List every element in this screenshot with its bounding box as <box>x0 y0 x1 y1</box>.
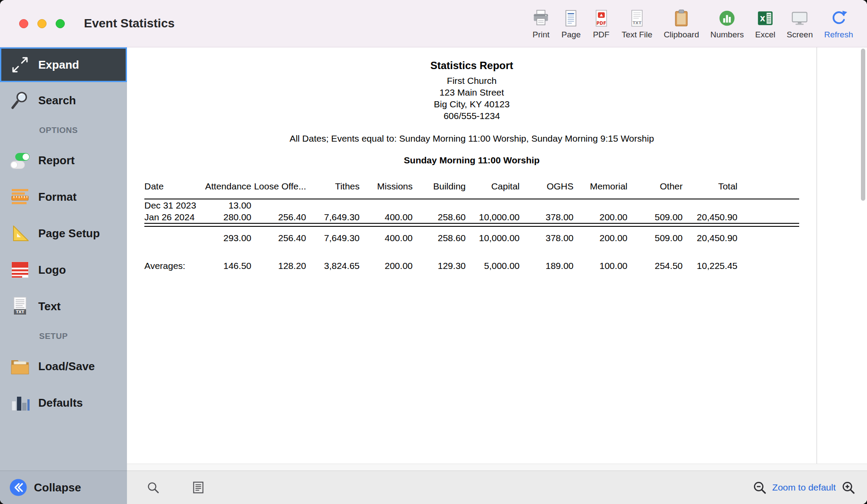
page-button[interactable]: Page <box>557 6 585 41</box>
table-cell: 400.00 <box>360 226 413 249</box>
zoom-window-button[interactable] <box>56 19 65 28</box>
sidebar-item-label: Format <box>38 190 77 204</box>
numbers-button[interactable]: Numbers <box>706 6 748 41</box>
column-header: Loose Offe... <box>251 175 306 199</box>
report-title: Statistics Report <box>127 60 817 72</box>
magnifier-icon <box>146 481 160 494</box>
toolbar-label: Numbers <box>710 30 744 40</box>
toolbar-label: Refresh <box>824 30 853 40</box>
sidebar-item-page-setup[interactable]: Page Setup <box>0 215 127 252</box>
report-phone: 606/555-1234 <box>127 110 817 122</box>
table-cell <box>251 199 306 211</box>
sidebar-item-load-save[interactable]: Load/Save <box>0 348 127 385</box>
pdf-button[interactable]: PDF PDF <box>588 6 615 41</box>
content-area: Statistics Report First Church 123 Main … <box>127 47 867 504</box>
zoom-in-button[interactable] <box>841 480 856 495</box>
horizontal-scroll-track[interactable] <box>127 464 867 471</box>
sidebar: Expand Search OPTIONS <box>0 47 127 504</box>
clipboard-button[interactable]: Clipboard <box>659 6 703 41</box>
report-section-title: Sunday Morning 11:00 Worship <box>127 155 817 166</box>
pdf-icon: PDF <box>592 8 610 29</box>
table-cell: 10,225.45 <box>683 260 799 272</box>
zoom-out-button[interactable] <box>752 480 767 495</box>
sidebar-item-report[interactable]: Report <box>0 142 127 179</box>
report-filter-line: All Dates; Events equal to: Sunday Morni… <box>127 133 817 144</box>
column-header: Attendance <box>201 175 251 199</box>
traffic-lights <box>0 19 65 28</box>
sidebar-item-text[interactable]: TXT Text <box>0 288 127 325</box>
text-file-icon: TXT <box>628 8 646 29</box>
folder-icon <box>6 356 34 377</box>
excel-button[interactable]: X Excel <box>751 6 780 41</box>
printer-icon <box>532 8 550 29</box>
table-cell <box>520 199 574 211</box>
sidebar-item-label: Collapse <box>34 481 81 494</box>
sidebar-item-expand[interactable]: Expand <box>0 47 127 82</box>
statistics-table: Date Attendance Loose Offe... Tithes Mis… <box>144 175 799 272</box>
svg-text:PDF: PDF <box>596 20 606 25</box>
toolbar-label: Excel <box>755 30 775 40</box>
search-report-button[interactable] <box>146 481 160 494</box>
table-cell: 7,649.30 <box>306 211 360 223</box>
table-cell <box>683 199 799 211</box>
table-cell: 256.40 <box>251 211 306 223</box>
format-ruler-icon <box>6 186 34 207</box>
expand-arrows-icon <box>6 55 34 74</box>
table-cell: 3,824.65 <box>306 260 360 272</box>
table-cell: Averages: <box>144 260 201 272</box>
svg-text:X: X <box>760 14 765 23</box>
sidebar-item-label: Text <box>38 300 61 313</box>
sidebar-item-format[interactable]: Format <box>0 179 127 215</box>
close-window-button[interactable] <box>19 19 28 28</box>
print-button[interactable]: Print <box>527 6 554 41</box>
sidebar-item-label: Load/Save <box>38 360 95 373</box>
table-cell: 280.00 <box>201 211 251 223</box>
text-file-button[interactable]: TXT Text File <box>617 6 657 41</box>
table-row: Dec 31 2023 13.00 <box>144 199 799 211</box>
column-header: Date <box>144 175 201 199</box>
txt-document-icon: TXT <box>6 296 34 317</box>
table-cell: Jan 26 2024 <box>144 211 201 223</box>
column-header: Missions <box>360 175 413 199</box>
refresh-button[interactable]: Refresh <box>820 6 857 41</box>
sidebar-item-defaults[interactable]: Defaults <box>0 385 127 421</box>
table-cell: 10,000.00 <box>466 211 520 223</box>
report-city-state-zip: Big City, KY 40123 <box>127 98 817 110</box>
table-cell: 146.50 <box>201 260 251 272</box>
table-cell <box>574 199 627 211</box>
table-cell <box>306 199 360 211</box>
numbers-chart-icon <box>718 8 736 29</box>
sidebar-item-logo[interactable]: Logo <box>0 252 127 288</box>
minimize-window-button[interactable] <box>37 19 47 28</box>
report-page: Statistics Report First Church 123 Main … <box>127 47 817 272</box>
svg-text:TXT: TXT <box>633 20 642 25</box>
table-cell <box>360 199 413 211</box>
toolbar-label: PDF <box>593 30 610 40</box>
refresh-icon <box>830 8 848 29</box>
sidebar-item-label: Defaults <box>38 396 83 410</box>
zoom-to-default-link[interactable]: Zoom to default <box>772 482 836 493</box>
table-cell: 20,450.90 <box>683 226 799 249</box>
table-averages-row: Averages: 146.50 128.20 3,824.65 200.00 … <box>144 260 799 272</box>
report-preview: Statistics Report First Church 123 Main … <box>127 47 867 471</box>
svg-text:TXT: TXT <box>16 310 24 314</box>
excel-icon: X <box>756 8 774 29</box>
toolbar-label: Clipboard <box>664 30 699 40</box>
toggle-switches-icon <box>6 150 34 171</box>
vertical-scrollbar[interactable] <box>861 49 865 201</box>
table-cell: 20,450.90 <box>683 211 799 223</box>
collapse-sidebar-button[interactable]: Collapse <box>0 471 127 504</box>
screen-icon <box>790 8 809 29</box>
sidebar-item-label: Search <box>38 94 76 107</box>
table-row: Jan 26 2024 280.00 256.40 7,649.30 400.0… <box>144 211 799 223</box>
table-gap-row <box>144 249 799 260</box>
table-cell: 378.00 <box>520 211 574 223</box>
table-totals-row: 293.00 256.40 7,649.30 400.00 258.60 10,… <box>144 226 799 249</box>
table-cell: 200.00 <box>360 260 413 272</box>
bar-chart-icon <box>6 392 34 413</box>
report-view-button[interactable] <box>191 481 205 494</box>
table-cell: 129.30 <box>413 260 466 272</box>
sidebar-item-search[interactable]: Search <box>0 82 127 119</box>
column-header: Other <box>627 175 683 199</box>
screen-button[interactable]: Screen <box>782 6 817 41</box>
